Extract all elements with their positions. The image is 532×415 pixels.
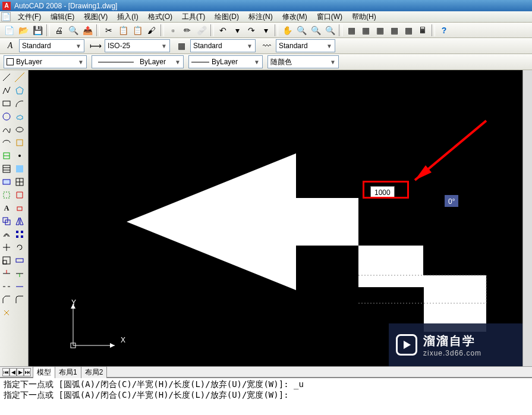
drawing-canvas[interactable]: 1000 0° X Y 溜溜自学 z (29, 70, 522, 366)
redo-dd-button[interactable]: ▾ (259, 24, 272, 37)
tool-palette-button[interactable]: ▦ (373, 24, 386, 37)
break-tool[interactable] (1, 281, 12, 293)
menu-help[interactable]: 帮助(H) (347, 12, 381, 22)
offset-tool[interactable] (1, 228, 12, 240)
make-block-tool[interactable] (1, 150, 12, 162)
menu-modify[interactable]: 修改(M) (278, 12, 312, 22)
rotate-tool[interactable] (14, 241, 26, 253)
mlstyle-dropdown[interactable]: Standard ▼ (276, 39, 335, 52)
match-button[interactable]: 🖌 (145, 24, 158, 37)
mtext-tool[interactable]: A (1, 202, 12, 214)
linetype-dropdown[interactable]: ByLayer ▼ (92, 55, 184, 68)
publish-button[interactable]: 📤 (81, 24, 94, 37)
tablestyle-button[interactable]: ▦ (175, 39, 188, 52)
ellipse-tool[interactable] (14, 124, 26, 136)
zoom-realtime-button[interactable]: 🔍 (295, 24, 308, 37)
textstyle-dropdown[interactable]: Standard ▼ (19, 39, 84, 52)
scale-tool[interactable] (1, 254, 12, 266)
menu-view[interactable]: 视图(V) (79, 12, 112, 22)
menu-format[interactable]: 格式(O) (143, 12, 177, 22)
menu-dimension[interactable]: 标注(N) (244, 12, 278, 22)
menu-draw[interactable]: 绘图(D) (210, 12, 244, 22)
tab-nav-first[interactable]: ⏮ (2, 368, 10, 376)
cut-button[interactable]: ✂ (102, 24, 115, 37)
ellipse-arc-tool[interactable] (1, 137, 12, 149)
tab-model[interactable]: 模型 (33, 366, 55, 378)
extend-tool[interactable] (14, 268, 26, 279)
polygon-tool[interactable] (14, 84, 26, 96)
xline-tool[interactable] (14, 71, 26, 83)
properties-button[interactable]: ✏ (181, 24, 194, 37)
new-button[interactable]: 📄 (2, 24, 15, 37)
point-tool[interactable] (14, 150, 26, 162)
mlstyle-icon: 〰 (262, 41, 272, 51)
undo-dd-button[interactable]: ▾ (231, 24, 244, 37)
circle-tool[interactable] (1, 111, 12, 122)
chamfer-tool[interactable] (1, 294, 12, 306)
markup-button[interactable]: ▦ (402, 24, 415, 37)
gradient-tool[interactable] (14, 163, 26, 175)
menu-edit[interactable]: 编辑(E) (46, 12, 79, 22)
join-tool[interactable] (14, 281, 26, 293)
trim-tool[interactable] (1, 268, 12, 279)
eraser-button[interactable]: 🩹 (195, 24, 208, 37)
tab-nav-next[interactable]: ▶ (17, 368, 24, 376)
menu-insert[interactable]: 插入(I) (112, 12, 143, 22)
spline-tool[interactable] (1, 124, 12, 136)
calc-button[interactable]: 🖩 (416, 24, 429, 37)
block-button[interactable]: ▫ (166, 24, 180, 37)
color-dropdown[interactable]: ByLayer ▼ (4, 55, 87, 68)
paste-button[interactable]: 📋 (131, 24, 144, 37)
zoom-window-button[interactable]: 🔍 (309, 24, 322, 37)
array-tool[interactable] (14, 228, 26, 240)
menu-file[interactable]: 文件(F) (13, 12, 46, 22)
zoom-prev-button[interactable]: 🔍 (323, 24, 336, 37)
region-tool[interactable] (1, 176, 12, 188)
rectangle-tool[interactable] (1, 98, 12, 109)
fillet-tool[interactable] (14, 294, 26, 306)
tab-layout2[interactable]: 布局2 (81, 366, 108, 378)
pan-button[interactable]: ✋ (281, 24, 294, 37)
tab-layout1[interactable]: 布局1 (55, 366, 81, 378)
plotstyle-dropdown[interactable]: 随颜色 ▼ (267, 55, 339, 68)
help-button[interactable]: ? (437, 24, 451, 37)
sheet-button[interactable]: ▦ (388, 24, 401, 37)
vertical-scrollbar[interactable] (522, 70, 532, 366)
tab-nav-last[interactable]: ⏭ (24, 368, 31, 376)
mlstyle-button[interactable]: 〰 (260, 39, 273, 52)
tablestyle-dropdown[interactable]: Standard ▼ (190, 39, 256, 52)
hatch-tool[interactable] (1, 163, 12, 175)
arc-tool[interactable] (14, 98, 26, 109)
wipeout-tool[interactable] (14, 189, 26, 201)
revcloud-tool[interactable] (14, 111, 26, 122)
lineweight-dropdown[interactable]: ByLayer ▼ (188, 55, 263, 68)
dimstyle-dropdown[interactable]: ISO-25 ▼ (105, 39, 170, 52)
mirror-tool[interactable] (14, 215, 26, 227)
copy-button[interactable]: 📋 (117, 24, 130, 37)
insert-block-tool[interactable] (14, 137, 26, 149)
chevron-down-icon: ▼ (175, 59, 181, 65)
table-tool2[interactable] (14, 176, 26, 188)
tab-nav-prev[interactable]: ◀ (10, 368, 17, 376)
polyline-tool[interactable] (1, 84, 12, 96)
textstyle-button[interactable]: A (4, 39, 17, 52)
menu-tools[interactable]: 工具(T) (177, 12, 210, 22)
erase-tool[interactable] (14, 202, 26, 214)
dc-button[interactable]: ▦ (359, 24, 372, 37)
line-tool[interactable] (1, 71, 12, 83)
save-button[interactable]: 💾 (31, 24, 44, 37)
boundary-tool[interactable] (1, 189, 12, 201)
preview-button[interactable]: 🔍 (67, 24, 80, 37)
explode-tool[interactable] (1, 307, 12, 319)
command-window[interactable]: 指定下一点或 [圆弧(A)/闭合(C)/半宽(H)/长度(L)/放弃(U)/宽度… (0, 377, 532, 401)
move-tool[interactable] (1, 241, 12, 253)
print-button[interactable]: 🖨 (52, 24, 65, 37)
stretch-tool[interactable] (14, 254, 26, 266)
undo-button[interactable]: ↶ (216, 24, 229, 37)
redo-button[interactable]: ↷ (245, 24, 258, 37)
menu-window[interactable]: 窗口(W) (312, 12, 347, 22)
dimstyle-button[interactable]: ⟼ (89, 39, 102, 52)
copy-tool[interactable] (1, 215, 12, 227)
props-button[interactable]: ▦ (345, 24, 358, 37)
open-button[interactable]: 📂 (17, 24, 30, 37)
